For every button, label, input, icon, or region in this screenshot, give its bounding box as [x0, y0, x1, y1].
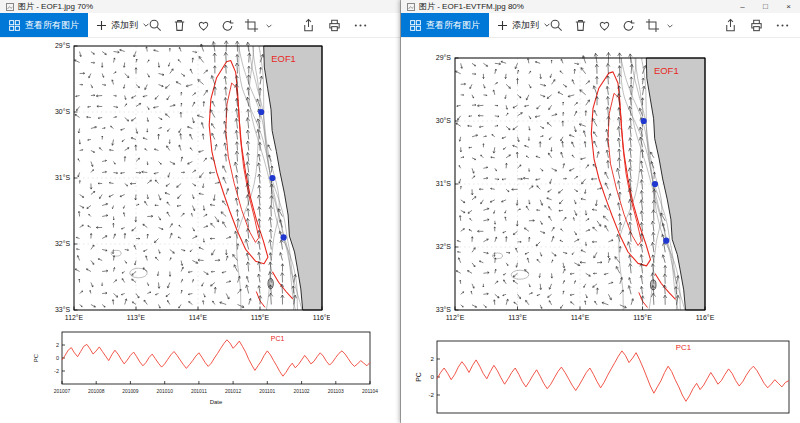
- svg-text:201012: 201012: [225, 389, 242, 394]
- print-button[interactable]: [324, 16, 344, 36]
- zoom-icon: [549, 18, 564, 33]
- share-button[interactable]: [298, 16, 318, 36]
- favorite-button[interactable]: [594, 16, 614, 36]
- add-to-label: 添加到: [111, 19, 138, 32]
- more-button[interactable]: [772, 16, 792, 36]
- svg-text:112°E: 112°E: [446, 314, 465, 321]
- rotate-button[interactable]: [618, 16, 638, 36]
- view-all-photos-button[interactable]: 查看所有图片: [0, 13, 88, 37]
- svg-text:-2: -2: [54, 368, 59, 374]
- svg-text:0: 0: [56, 355, 59, 361]
- svg-text:201009: 201009: [122, 389, 139, 394]
- chevron-down-icon[interactable]: [666, 22, 674, 30]
- svg-text:EOF1: EOF1: [654, 65, 679, 76]
- svg-text:201007: 201007: [54, 389, 71, 394]
- plus-icon: [96, 20, 107, 31]
- toolbar-center-icons: [145, 13, 273, 38]
- crop-button[interactable]: [241, 16, 261, 36]
- svg-text:116°E: 116°E: [313, 314, 330, 321]
- svg-text:201103: 201103: [328, 389, 344, 394]
- svg-text:114°E: 114°E: [189, 314, 208, 321]
- print-button[interactable]: [746, 16, 766, 36]
- svg-text:29°S: 29°S: [436, 54, 452, 61]
- svg-text:30°S: 30°S: [55, 108, 70, 115]
- view-all-photos-button[interactable]: 查看所有图片: [401, 13, 489, 37]
- svg-text:201101: 201101: [259, 389, 275, 394]
- rotate-button[interactable]: [217, 16, 237, 36]
- plus-icon: [497, 20, 508, 31]
- svg-text:PC: PC: [33, 353, 39, 362]
- delete-button[interactable]: [169, 16, 189, 36]
- svg-text:115°E: 115°E: [251, 314, 270, 321]
- photos-window-left: 图片 - EOF1.jpg 70% 查看所有图片 添加到 EOF129°S30°…: [0, 0, 401, 423]
- add-to-label: 添加到: [512, 19, 539, 32]
- titlebar[interactable]: 图片 - EOF1.jpg 70%: [0, 0, 400, 13]
- close-button[interactable]: ×: [777, 0, 800, 13]
- rotate-icon: [621, 18, 636, 33]
- crop-button[interactable]: [642, 16, 662, 36]
- toolbar: 查看所有图片 添加到: [401, 13, 800, 38]
- more-button[interactable]: [350, 16, 370, 36]
- photo-canvas[interactable]: EOF129°S30°S31°S32°S33°S112°E113°E114°E1…: [0, 38, 400, 423]
- svg-text:116°E: 116°E: [696, 314, 715, 321]
- toolbar-center-icons: [546, 13, 674, 38]
- svg-text:30°S: 30°S: [436, 117, 452, 124]
- svg-text:114°E: 114°E: [571, 314, 590, 321]
- svg-text:113°E: 113°E: [127, 314, 146, 321]
- maximize-button[interactable]: □: [754, 0, 777, 13]
- ellipsis-icon: [353, 18, 368, 33]
- photos-app-icon: [407, 3, 415, 11]
- svg-text:31°S: 31°S: [436, 180, 452, 187]
- rotate-icon: [220, 18, 235, 33]
- crop-icon: [645, 18, 660, 33]
- view-all-label: 查看所有图片: [25, 19, 79, 32]
- svg-text:2: 2: [56, 342, 59, 348]
- share-icon: [301, 18, 316, 33]
- svg-text:201102: 201102: [294, 389, 310, 394]
- window-title: 图片 - EOF1.jpg 70%: [18, 1, 93, 12]
- titlebar[interactable]: 图片 - EOF1-EVTFM.jpg 80% – □ ×: [401, 0, 800, 13]
- grid-icon: [410, 20, 421, 31]
- svg-text:2: 2: [431, 355, 435, 362]
- window-controls: – □ ×: [731, 0, 800, 13]
- favorite-button[interactable]: [193, 16, 213, 36]
- crop-icon: [244, 18, 259, 33]
- svg-text:29°S: 29°S: [55, 42, 70, 49]
- heart-icon: [597, 18, 612, 33]
- svg-text:33°S: 33°S: [436, 306, 452, 313]
- svg-text:115°E: 115°E: [633, 314, 652, 321]
- svg-text:-2: -2: [428, 391, 434, 398]
- trash-icon: [172, 18, 187, 33]
- photo-canvas[interactable]: EOF129°S30°S31°S32°S33°S112°E113°E114°E1…: [401, 38, 800, 423]
- toolbar: 查看所有图片 添加到: [0, 13, 400, 38]
- svg-text:PC: PC: [415, 372, 422, 382]
- printer-icon: [749, 18, 764, 33]
- share-button[interactable]: [720, 16, 740, 36]
- share-icon: [723, 18, 738, 33]
- minimize-button[interactable]: –: [731, 0, 754, 13]
- zoom-button[interactable]: [546, 16, 566, 36]
- photos-window-right: 图片 - EOF1-EVTFM.jpg 80% – □ × 查看所有图片 添加到: [401, 0, 800, 423]
- svg-text:31°S: 31°S: [55, 174, 70, 181]
- svg-text:PC1: PC1: [271, 335, 285, 342]
- chevron-down-icon[interactable]: [265, 22, 273, 30]
- printer-icon: [327, 18, 342, 33]
- svg-text:201104: 201104: [362, 389, 378, 394]
- svg-text:113°E: 113°E: [508, 314, 527, 321]
- svg-text:33°S: 33°S: [55, 306, 70, 313]
- pc1-chart: 20-2201007201008201009201010201011201012…: [28, 326, 380, 412]
- svg-text:32°S: 32°S: [436, 243, 452, 250]
- ellipsis-icon: [775, 18, 790, 33]
- svg-text:EOF1: EOF1: [271, 53, 296, 64]
- svg-text:32°S: 32°S: [55, 240, 70, 247]
- window-title: 图片 - EOF1-EVTFM.jpg 80%: [419, 1, 524, 12]
- svg-text:201010: 201010: [157, 389, 174, 394]
- photos-app-icon: [6, 3, 14, 11]
- svg-text:201008: 201008: [88, 389, 105, 394]
- eof-map-figure: EOF129°S30°S31°S32°S33°S112°E113°E114°E1…: [30, 38, 330, 330]
- zoom-icon: [148, 18, 163, 33]
- delete-button[interactable]: [570, 16, 590, 36]
- toolbar-right-icons: [720, 13, 792, 38]
- svg-text:Date: Date: [210, 399, 223, 405]
- zoom-button[interactable]: [145, 16, 165, 36]
